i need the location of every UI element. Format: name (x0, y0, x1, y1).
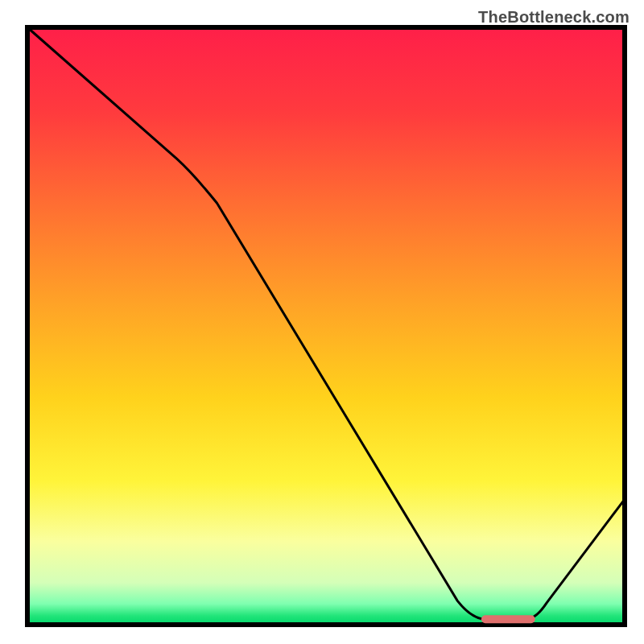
plot-background (27, 27, 625, 625)
chart-frame: TheBottleneck.com (10, 10, 634, 634)
bottleneck-chart (10, 10, 634, 634)
watermark-text: TheBottleneck.com (478, 8, 630, 27)
optimal-range-marker (481, 615, 535, 623)
